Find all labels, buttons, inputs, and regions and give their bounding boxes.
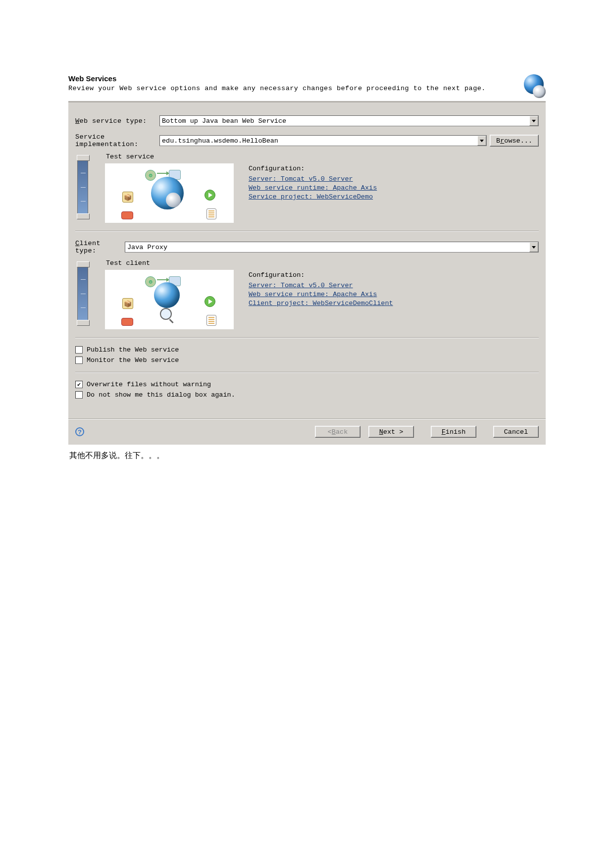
client-level-slider[interactable]	[77, 261, 88, 326]
service-implementation-combo[interactable]: edu.tsinghua.wsdemo.HelloBean	[159, 135, 487, 146]
envelope-icon	[121, 318, 133, 326]
service-diagram-title: Test service	[106, 153, 234, 160]
arrow-right-icon	[157, 173, 167, 174]
browse-button[interactable]: Browse...	[490, 135, 539, 147]
package-icon	[122, 298, 133, 309]
monitor-checkbox[interactable]	[75, 357, 83, 364]
back-button[interactable]: < Back	[315, 426, 360, 438]
play-icon	[205, 296, 215, 307]
web-service-type-combo[interactable]: Bottom up Java bean Web Service	[159, 115, 539, 126]
client-project-link[interactable]: Client project: WebServiceDemoClient	[249, 300, 539, 307]
noshow-checkbox[interactable]	[75, 391, 83, 399]
gear-icon	[145, 276, 156, 287]
divider	[75, 337, 539, 338]
dropdown-arrow-icon[interactable]	[529, 242, 538, 252]
slider-thumb-icon[interactable]	[77, 213, 90, 219]
play-icon	[205, 190, 215, 201]
service-project-link[interactable]: Service project: WebServiceDemo	[249, 193, 539, 201]
dialog-subtitle: Review your Web service options and make…	[68, 85, 486, 92]
publish-label: Publish the Web service	[87, 346, 179, 354]
list-icon	[206, 315, 216, 326]
dropdown-arrow-icon[interactable]	[529, 116, 538, 126]
divider	[75, 231, 539, 232]
dialog-body: Web service type: Bottom up Java bean We…	[68, 101, 546, 445]
service-level-slider[interactable]	[77, 155, 88, 219]
page-caption: 其他不用多说。往下。。。	[69, 451, 546, 461]
overwrite-label: Overwrite files without warning	[87, 381, 211, 388]
client-runtime-link[interactable]: Web service runtime: Apache Axis	[249, 291, 539, 298]
publish-checkbox[interactable]	[75, 346, 83, 354]
cancel-button[interactable]: Cancel	[493, 426, 539, 438]
divider	[75, 372, 539, 373]
client-type-combo[interactable]: Java Proxy	[125, 242, 539, 253]
client-diagram-title: Test client	[106, 259, 234, 267]
slider-thumb-icon[interactable]	[77, 155, 90, 161]
noshow-label: Do not show me this dialog box again.	[87, 391, 235, 399]
client-config-label: Configuration:	[249, 271, 539, 279]
slider-thumb-icon[interactable]	[77, 320, 90, 326]
globe-icon	[154, 282, 180, 308]
service-config-label: Configuration:	[249, 165, 539, 172]
package-icon	[122, 192, 133, 203]
arrow-right-icon	[157, 279, 167, 280]
service-server-link[interactable]: Server: Tomcat v5.0 Server	[249, 175, 539, 183]
face-icon	[166, 193, 181, 207]
client-diagram	[105, 270, 234, 329]
help-icon[interactable]: ?	[75, 427, 84, 436]
service-diagram	[105, 163, 234, 223]
finish-button[interactable]: Finish	[431, 426, 476, 438]
web-service-type-label: Web service type:	[75, 117, 159, 125]
list-icon	[206, 208, 216, 219]
gear-icon	[145, 170, 156, 181]
magnifier-icon	[160, 308, 172, 320]
overwrite-checkbox[interactable]	[75, 381, 83, 388]
envelope-icon	[121, 211, 133, 219]
dropdown-arrow-icon[interactable]	[477, 136, 486, 146]
client-type-label: Client type:	[75, 240, 125, 255]
next-button[interactable]: Next >	[368, 426, 414, 438]
service-runtime-link[interactable]: Web service runtime: Apache Axis	[249, 184, 539, 192]
wizard-banner-icon	[522, 74, 546, 98]
service-implementation-label: Service implementation:	[75, 133, 159, 148]
dialog-title: Web Services	[68, 74, 486, 83]
monitor-label: Monitor the Web service	[87, 357, 179, 364]
client-server-link[interactable]: Server: Tomcat v5.0 Server	[249, 282, 539, 289]
slider-thumb-icon[interactable]	[77, 261, 90, 267]
